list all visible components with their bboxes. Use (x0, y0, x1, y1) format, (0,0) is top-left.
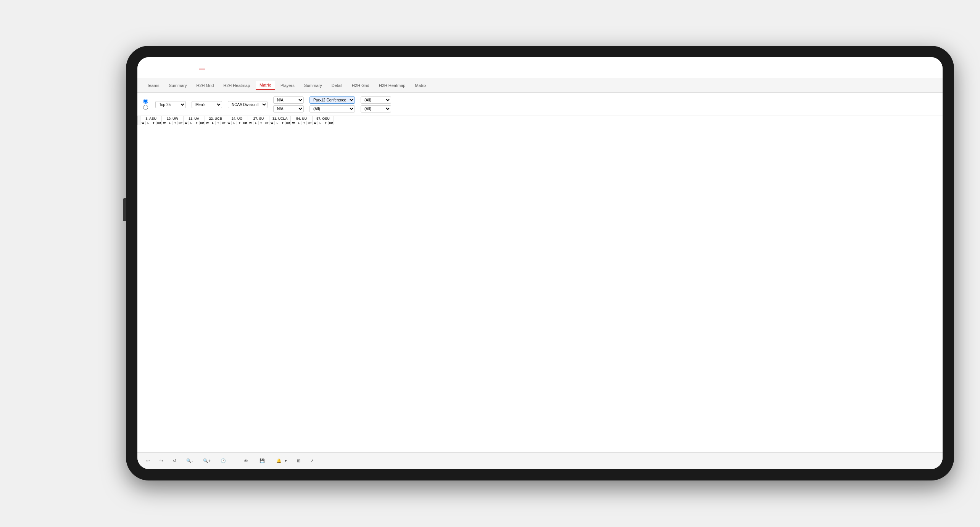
region-select[interactable]: N/A (273, 96, 304, 104)
team-filter: (All) (All) (361, 96, 391, 112)
sub-nav-summary2[interactable]: Summary (300, 82, 326, 89)
chevron-down-icon: ▾ (285, 458, 287, 463)
zoom-out-icon: 🔍- (186, 458, 193, 463)
tablet-screen: Teams Summary H2H Grid H2H Heatmap Matri… (137, 57, 943, 469)
col-header-ua: 11. UA (183, 116, 205, 121)
nav-tournaments[interactable] (164, 66, 170, 69)
col-header-uu: 54. UU (291, 116, 312, 121)
top-nav (137, 57, 943, 78)
eye-icon: 👁 (244, 459, 248, 463)
nav-committee[interactable] (199, 66, 205, 69)
nav-teams[interactable] (182, 66, 188, 69)
col-header-osu: 57. OSU (312, 116, 334, 121)
share-icon: ↗ (310, 458, 314, 463)
matrix-container[interactable]: 3. ASU 10. UW 11. UA 22. UCB 24. UO 27. … (137, 116, 943, 452)
undo-icon: ↩ (146, 458, 150, 463)
layout-button[interactable]: ⊞ (294, 457, 303, 464)
sub-nav-matrix1[interactable]: Matrix (256, 81, 275, 90)
watch-icon: 🔔 (276, 458, 282, 463)
full-view-radio[interactable] (143, 99, 148, 104)
save-custom-button[interactable]: 💾 (256, 457, 269, 464)
toolbar-separator1 (235, 457, 235, 465)
col-header-uw: 10. UW (162, 116, 183, 121)
bottom-toolbar: ↩ ↪ ↺ 🔍- 🔍+ 🕐 👁 (137, 452, 943, 469)
sub-nav-matrix2[interactable]: Matrix (411, 82, 430, 89)
division-select[interactable]: NCAA Division I (228, 101, 268, 108)
zoom-in-icon: 🔍+ (203, 458, 211, 463)
sub-nav-h2hgrid2[interactable]: H2H Grid (348, 82, 373, 89)
sub-nav-summary1[interactable]: Summary (165, 82, 190, 89)
sub-nav-teams[interactable]: Teams (143, 82, 163, 89)
col-header-ucla: 31. UCLA (269, 116, 291, 121)
col-header-ucb: 22. UCB (205, 116, 226, 121)
reset-icon: ↺ (173, 458, 176, 463)
sub-nav: Teams Summary H2H Grid H2H Heatmap Matri… (137, 78, 943, 93)
team-select2[interactable]: (All) (361, 105, 391, 112)
max-teams-filter: Top 25 (155, 100, 186, 108)
max-teams-select[interactable]: Top 25 (155, 101, 186, 108)
col-header-uo: 24. UO (226, 116, 248, 121)
region-filter: N/A N/A (273, 96, 304, 112)
conference-select[interactable]: Pac-12 Conference (309, 96, 355, 104)
matrix-corner (138, 116, 140, 125)
col-header-asu: 3. ASU (140, 116, 162, 121)
nav-rankings[interactable] (217, 66, 223, 69)
layout-icon: ⊞ (297, 458, 300, 463)
filter-bar: Top 25 Men's NCAA Division I (137, 93, 943, 116)
sub-nav-h2hgrid1[interactable]: H2H Grid (192, 82, 218, 89)
gender-filter: Men's (192, 100, 222, 108)
sub-nav-players[interactable]: Players (277, 82, 298, 89)
sub-nav-detail[interactable]: Detail (328, 82, 346, 89)
tablet: Teams Summary H2H Grid H2H Heatmap Matri… (126, 46, 954, 480)
region-select2[interactable]: N/A (273, 105, 304, 112)
sub-nav-h2hheatmap2[interactable]: H2H Heatmap (375, 82, 409, 89)
zoom-in-button[interactable]: 🔍+ (200, 457, 214, 464)
side-button (123, 198, 126, 221)
clock-icon: 🕐 (221, 458, 226, 463)
division-filter: NCAA Division I (228, 100, 268, 108)
view-radio-group (143, 99, 150, 110)
reset-button[interactable]: ↺ (170, 457, 179, 464)
clock-button[interactable]: 🕐 (218, 457, 229, 464)
share-button[interactable]: ↗ (307, 457, 318, 464)
conference-select2[interactable]: (All) (309, 105, 355, 112)
matrix-table: 3. ASU 10. UW 11. UA 22. UCB 24. UO 27. … (137, 116, 334, 125)
compact-view-radio[interactable] (143, 105, 148, 110)
sub-nav-h2hheatmap1[interactable]: H2H Heatmap (219, 82, 254, 89)
undo-button[interactable]: ↩ (143, 457, 153, 464)
save-icon: 💾 (260, 458, 265, 463)
gender-select[interactable]: Men's (192, 101, 222, 108)
team-select[interactable]: (All) (361, 96, 391, 104)
conference-filter: Pac-12 Conference (All) (309, 96, 355, 112)
view-original-button[interactable]: 👁 (241, 458, 253, 464)
zoom-out-button[interactable]: 🔍- (183, 457, 196, 464)
redo-button[interactable]: ↪ (156, 457, 166, 464)
watch-button[interactable]: 🔔 ▾ (273, 457, 290, 464)
redo-icon: ↪ (160, 458, 163, 463)
col-header-su: 27. SU (248, 116, 269, 121)
